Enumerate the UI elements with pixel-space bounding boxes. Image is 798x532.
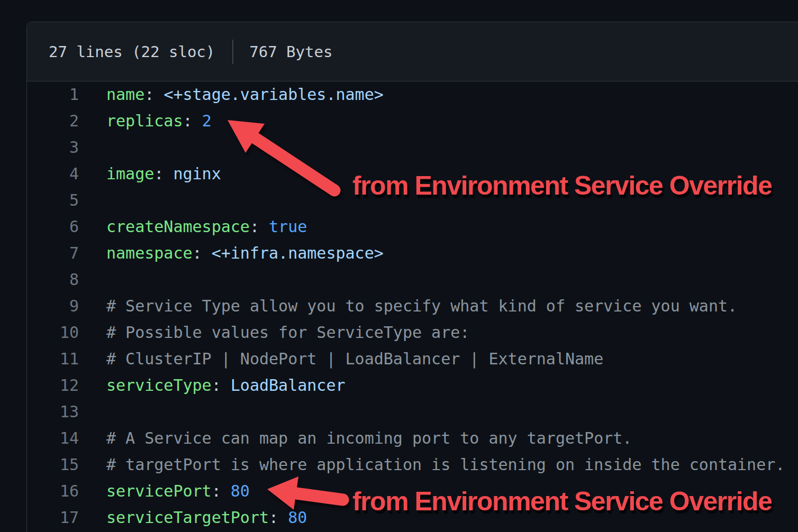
code-token-punct: :: [269, 508, 288, 527]
code-token-punct: :: [154, 164, 173, 183]
code-line: 9# Service Type allow you to specify wha…: [27, 293, 798, 319]
line-number[interactable]: 10: [27, 319, 79, 346]
line-content: [79, 267, 106, 293]
header-divider: [232, 40, 233, 64]
code-token-punct: :: [193, 244, 212, 262]
code-token-punct: :: [212, 376, 231, 395]
code-token-str: nginx: [173, 164, 221, 183]
code-token-key: image: [106, 164, 154, 183]
line-number[interactable]: 2: [27, 108, 79, 134]
line-content: # targetPort is where application is lis…: [79, 452, 785, 478]
code-line: 7namespace: <+infra.namespace>: [27, 240, 798, 267]
line-content: name: <+stage.variables.name>: [79, 81, 384, 108]
code-token-key: servicePort: [106, 482, 212, 500]
code-token-num: true: [269, 217, 307, 236]
line-content: # Possible values for ServiceType are:: [79, 319, 469, 346]
line-content: [79, 187, 106, 214]
code-token-key: serviceType: [106, 376, 212, 395]
line-number[interactable]: 12: [27, 372, 79, 399]
line-number[interactable]: 6: [27, 214, 79, 240]
code-line: 10# Possible values for ServiceType are:: [27, 319, 798, 346]
code-token-key: name: [106, 85, 144, 104]
line-number[interactable]: 11: [27, 346, 79, 372]
code-token-comment: # ClusterIP | NodePort | LoadBalancer | …: [106, 350, 603, 368]
code-token-comment: # targetPort is where application is lis…: [106, 455, 785, 474]
file-viewer-panel: 27 lines (22 sloc) 767 Bytes 1name: <+st…: [26, 22, 798, 532]
line-content: namespace: <+infra.namespace>: [79, 240, 384, 267]
line-content: serviceTargetPort: 80: [79, 505, 307, 531]
code-blob: 1name: <+stage.variables.name>2replicas:…: [27, 81, 798, 531]
line-number[interactable]: 13: [27, 399, 79, 425]
screenshot-root: 27 lines (22 sloc) 767 Bytes 1name: <+st…: [0, 0, 798, 532]
code-line: 8: [27, 267, 798, 293]
line-content: createNamespace: true: [79, 214, 307, 240]
line-content: serviceType: LoadBalancer: [79, 372, 346, 399]
annotation-label-top: from Environment Service Override: [352, 172, 772, 199]
line-content: image: nginx: [79, 161, 221, 187]
line-number[interactable]: 1: [27, 81, 79, 108]
code-line: 14# A Service can map an incoming port t…: [27, 425, 798, 452]
line-number[interactable]: 7: [27, 240, 79, 267]
code-token-key: serviceTargetPort: [106, 508, 269, 527]
code-line: 2replicas: 2: [27, 108, 798, 134]
code-token-punct: :: [144, 85, 164, 104]
line-content: servicePort: 80: [79, 478, 250, 505]
line-content: [79, 399, 106, 425]
line-content: replicas: 2: [79, 108, 212, 134]
code-line: 1name: <+stage.variables.name>: [27, 81, 798, 108]
line-number[interactable]: 4: [27, 161, 79, 187]
code-token-punct: :: [183, 112, 202, 130]
annotation-label-bottom: from Environment Service Override: [352, 488, 772, 515]
code-token-comment: # Possible values for ServiceType are:: [106, 323, 469, 342]
code-token-num: 2: [202, 112, 212, 130]
code-line: 12serviceType: LoadBalancer: [27, 372, 798, 399]
code-token-comment: # A Service can map an incoming port to …: [106, 429, 632, 447]
code-token-key: createNamespace: [106, 217, 250, 236]
line-number[interactable]: 17: [27, 505, 79, 531]
code-token-str: LoadBalancer: [231, 376, 346, 395]
code-token-punct: :: [212, 482, 231, 500]
code-token-str: <+stage.variables.name>: [164, 85, 383, 104]
code-line: 13: [27, 399, 798, 425]
code-line: 3: [27, 134, 798, 161]
file-header: 27 lines (22 sloc) 767 Bytes: [27, 22, 798, 81]
code-token-key: replicas: [106, 112, 183, 130]
line-number[interactable]: 9: [27, 293, 79, 319]
line-content: # Service Type allow you to specify what…: [79, 293, 737, 319]
file-size-info: 767 Bytes: [249, 43, 332, 61]
code-token-num: 80: [231, 482, 250, 500]
line-content: # A Service can map an incoming port to …: [79, 425, 632, 452]
line-content: # ClusterIP | NodePort | LoadBalancer | …: [79, 346, 603, 372]
file-lines-info: 27 lines (22 sloc): [49, 43, 215, 61]
code-token-punct: :: [250, 217, 269, 236]
code-line: 11# ClusterIP | NodePort | LoadBalancer …: [27, 346, 798, 372]
line-number[interactable]: 8: [27, 267, 79, 293]
line-number[interactable]: 5: [27, 187, 79, 214]
code-token-key: namespace: [106, 244, 193, 262]
code-token-comment: # Service Type allow you to specify what…: [106, 297, 737, 315]
line-content: [79, 134, 106, 161]
line-number[interactable]: 3: [27, 134, 79, 161]
line-number[interactable]: 14: [27, 425, 79, 452]
code-token-num: 80: [288, 508, 307, 527]
code-line: 15# targetPort is where application is l…: [27, 452, 798, 478]
line-number[interactable]: 15: [27, 452, 79, 478]
code-line: 6createNamespace: true: [27, 214, 798, 240]
code-token-str: <+infra.namespace>: [212, 244, 384, 262]
line-number[interactable]: 16: [27, 478, 79, 505]
